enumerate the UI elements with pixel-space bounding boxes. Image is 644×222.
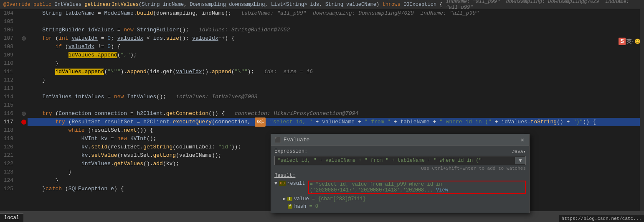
ln-118: 118 [0,126,17,135]
result-label: Result: [274,173,526,179]
ln-105: 105 [0,18,17,26]
bp-110 [20,59,28,68]
popup-body: Expression: Java▾ ▼ Use Ctrl+Shift+Enter… [271,146,529,213]
expression-label: Expression: [274,148,307,154]
code-line-106: StringBuilder idValues = new StringBuild… [28,26,640,34]
ln-110: 110 [0,59,17,68]
field-icon-hash: f [288,204,292,209]
object-type-icon: oo [279,181,286,186]
sub-expand-icon[interactable]: ▶ [283,196,286,202]
bp-121 [20,151,28,160]
popup-title: ⬛ Evaluate [274,137,309,143]
bp-105 [20,18,28,26]
bp-115 [20,101,28,110]
code-line-118: while (resultSet.next()) { [28,126,640,135]
bp-124 [20,176,28,185]
bp-109 [20,51,28,59]
ln-114: 114 [0,93,17,101]
bp-111 [20,68,28,76]
code-line-116: try (Connection connection = h2Client.ge… [28,110,640,118]
sub-value-value: = {char[283]@7111} [312,196,366,202]
bp-118 [20,126,28,135]
expression-dropdown-button[interactable]: ▼ [515,157,525,164]
sogou-logo: S 英·😊 [619,38,641,45]
method-name: getLinearIntValues [84,2,139,8]
line-numbers: 104 105 106 107 108 109 110 111 112 113 … [0,9,20,211]
code-line-111: idValues.append("\"").append(ids.get(val… [28,68,640,76]
bp-122 [20,160,28,168]
throws-keyword: throws [382,2,400,8]
ln-125: 125 [0,185,17,193]
ln-117: 117 [0,118,17,126]
code-line-109: idValues.append(","); [28,51,640,59]
result-main-row: ▼ oo result = "select id, value from all… [274,180,526,195]
expression-row: Expression: Java▾ [274,148,526,154]
expand-icon[interactable]: ▼ [274,181,277,186]
result-sub-row-value: ▶ f value = {char[283]@7111} [274,195,526,203]
ln-123: 123 [0,168,17,176]
editor-container: @Override public IntValues getLinearIntV… [0,0,644,222]
bp-116 [20,110,28,118]
ln-107: 107 [0,34,17,43]
bp-104 [20,9,28,18]
code-line-115 [28,101,640,110]
annotation: @Override [3,2,30,8]
expression-input[interactable] [275,156,515,165]
ln-124: 124 [0,176,17,185]
ln-116: 116 [0,110,17,118]
watches-hint: Use Ctrl+Shift+Enter to add to Watches [274,166,526,171]
bp-106 [20,26,28,34]
code-line-112: } [28,76,640,84]
code-line-113 [28,84,640,93]
bp-120 [20,143,28,151]
code-line-114: IntValues intValues = new IntValues(); i… [28,93,640,101]
bp-119 [20,135,28,143]
bp-117 [20,118,28,126]
ln-119: 119 [0,135,17,143]
code-line-108: if (valueIdx != 0) { [28,43,640,51]
field-icon-value: f [287,197,292,201]
code-line-105 [28,18,640,26]
return-type: IntValues [54,2,81,8]
popup-title-bar: ⬛ Evaluate ✕ [271,134,529,146]
debug-evaluate-icon: ⬛ [274,137,281,143]
method-signature-bar: @Override public IntValues getLinearIntV… [0,0,644,9]
ln-108: 108 [0,43,17,51]
logo-text: 英·😊 [626,38,641,45]
popup-title-label: Evaluate [284,137,309,143]
ln-121: 121 [0,151,17,160]
java-label: Java▾ [512,149,526,154]
result-sub-row-hash: f hash = 0 [274,203,526,210]
code-line-107: for (int valueIdx = 0; valueIdx < ids.si… [28,34,640,43]
ln-109: 109 [0,51,17,59]
exception-type: IOException [403,2,436,8]
breakpoint-gutter [20,9,28,211]
bp-107 [20,34,28,43]
expression-input-row[interactable]: ▼ [274,156,526,165]
logo-s: S [619,38,625,45]
result-key: result [287,181,308,186]
code-line-110: } [28,59,640,68]
bp-113 [20,84,28,93]
ln-115: 115 [0,101,17,110]
code-line-117: try (ResultSet resultSet = h2Client.exec… [28,118,640,126]
bp-108 [20,43,28,51]
ln-106: 106 [0,26,17,34]
modifier: public [33,2,51,8]
ln-111: 111 [0,68,17,76]
sub-key-value: value [294,196,312,202]
evaluate-popup: ⬛ Evaluate ✕ Expression: Java▾ ▼ Use Ctr… [271,134,530,213]
bp-125 [20,185,28,193]
ln-122: 122 [0,160,17,168]
bottom-url: https://blog.csdn.net/catc... [559,215,644,222]
ln-112: 112 [0,76,17,84]
result-value: = "select id, value from all_p99 where i… [308,181,526,194]
method-hint: indName: "all_p99" downsampling: Downsam… [446,0,641,9]
ln-113: 113 [0,84,17,93]
popup-close-button[interactable]: ✕ [519,137,526,143]
bp-123 [20,168,28,176]
tab-local[interactable]: local [0,213,23,222]
sub-value-hash: = 0 [309,204,318,209]
ln-120: 120 [0,143,17,151]
sub-key-hash: hash [294,204,309,209]
